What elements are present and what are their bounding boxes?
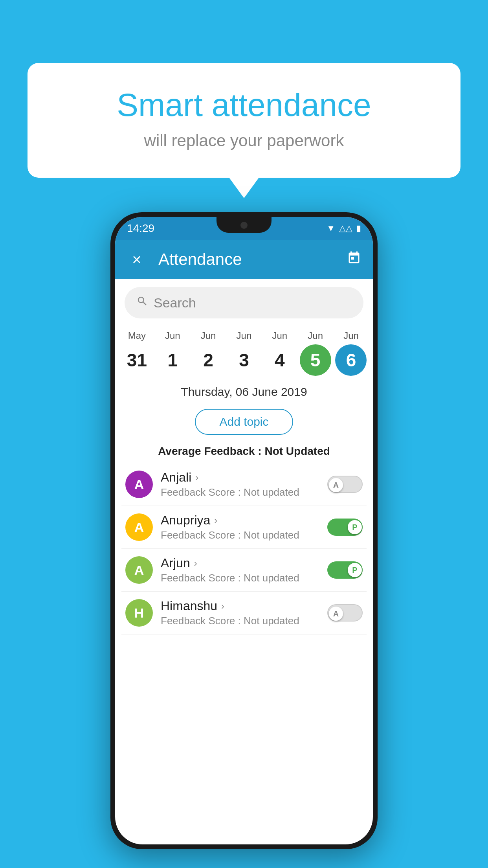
status-icons: ▼ △△ ▮	[327, 223, 361, 234]
calendar-day[interactable]: Jun5	[300, 330, 331, 376]
cal-day-number[interactable]: 3	[228, 344, 260, 376]
chevron-right-icon: ›	[214, 515, 217, 526]
student-info: Arjun ›Feedback Score : Not updated	[161, 556, 327, 584]
student-info: Anjali ›Feedback Score : Not updated	[161, 470, 327, 498]
student-row[interactable]: AAnjali ›Feedback Score : Not updatedA	[121, 463, 367, 506]
cal-month-label: Jun	[165, 330, 180, 341]
chevron-right-icon: ›	[221, 601, 224, 612]
attendance-toggle[interactable]: P	[327, 561, 363, 579]
attendance-toggle[interactable]: A	[327, 476, 363, 493]
cal-month-label: Jun	[201, 330, 216, 341]
toggle-knob: A	[329, 478, 343, 492]
cal-day-number[interactable]: 4	[264, 344, 295, 376]
chevron-right-icon: ›	[195, 472, 198, 483]
status-time: 14:29	[127, 222, 154, 235]
feedback-score: Feedback Score : Not updated	[161, 486, 327, 498]
cal-day-number[interactable]: 5	[300, 344, 331, 376]
cal-day-number[interactable]: 1	[157, 344, 188, 376]
student-info: Anupriya ›Feedback Score : Not updated	[161, 513, 327, 541]
toggle-knob: P	[348, 520, 362, 534]
chevron-right-icon: ›	[194, 558, 197, 569]
student-info: Himanshu ›Feedback Score : Not updated	[161, 599, 327, 627]
cal-month-label: Jun	[343, 330, 359, 341]
cal-day-number[interactable]: 6	[335, 344, 367, 376]
calendar-day[interactable]: Jun4	[264, 330, 295, 376]
toggle-knob: P	[348, 563, 362, 577]
student-row[interactable]: HHimanshu ›Feedback Score : Not updatedA	[121, 592, 367, 634]
phone-notch	[216, 217, 272, 233]
avatar: A	[125, 471, 153, 498]
avatar: A	[125, 556, 153, 584]
header-title: Attendance	[158, 250, 347, 269]
calendar-day[interactable]: Jun2	[193, 330, 224, 376]
phone-frame: 14:29 ▼ △△ ▮ × Attendance	[110, 212, 378, 849]
calendar-day[interactable]: Jun1	[157, 330, 188, 376]
avatar: A	[125, 513, 153, 541]
cal-day-number[interactable]: 31	[121, 344, 152, 376]
attendance-toggle[interactable]: A	[327, 604, 363, 622]
cal-day-number[interactable]: 2	[193, 344, 224, 376]
selected-date: Thursday, 06 June 2019	[115, 376, 373, 403]
cal-month-label: Jun	[272, 330, 287, 341]
camera-dot	[240, 222, 248, 229]
student-row[interactable]: AArjun ›Feedback Score : Not updatedP	[121, 549, 367, 592]
search-bar[interactable]: Search	[125, 287, 363, 318]
close-button[interactable]: ×	[127, 251, 147, 268]
speech-bubble: Smart attendance will replace your paper…	[28, 63, 460, 178]
avatar: H	[125, 599, 153, 627]
bubble-title: Smart attendance	[55, 86, 433, 123]
signal-icon: △△	[339, 223, 352, 234]
battery-icon: ▮	[356, 223, 361, 234]
student-name: Himanshu ›	[161, 599, 327, 613]
student-name: Anupriya ›	[161, 513, 327, 528]
phone-inner: 14:29 ▼ △△ ▮ × Attendance	[115, 217, 373, 844]
add-topic-wrap: Add topic	[115, 406, 373, 441]
search-placeholder: Search	[154, 295, 196, 311]
app-header: × Attendance	[115, 240, 373, 279]
calendar-day[interactable]: May31	[121, 330, 152, 376]
calendar-day[interactable]: Jun3	[228, 330, 260, 376]
student-list: AAnjali ›Feedback Score : Not updatedAAA…	[115, 463, 373, 634]
avg-feedback: Average Feedback : Not Updated	[115, 445, 373, 458]
cal-month-label: May	[128, 330, 146, 341]
student-row[interactable]: AAnupriya ›Feedback Score : Not updatedP	[121, 506, 367, 549]
calendar-strip: May31Jun1Jun2Jun3Jun4Jun5Jun6	[115, 326, 373, 376]
feedback-score: Feedback Score : Not updated	[161, 572, 327, 584]
search-icon	[136, 295, 148, 310]
feedback-score: Feedback Score : Not updated	[161, 529, 327, 541]
student-name: Anjali ›	[161, 470, 327, 485]
cal-month-label: Jun	[237, 330, 252, 341]
calendar-icon[interactable]	[347, 251, 361, 268]
calendar-day[interactable]: Jun6	[335, 330, 367, 376]
student-name: Arjun ›	[161, 556, 327, 570]
wifi-icon: ▼	[327, 223, 335, 234]
bubble-subtitle: will replace your paperwork	[55, 131, 433, 150]
attendance-toggle[interactable]: P	[327, 519, 363, 536]
toggle-knob: A	[329, 607, 343, 621]
add-topic-button[interactable]: Add topic	[195, 409, 293, 435]
feedback-score: Feedback Score : Not updated	[161, 615, 327, 627]
cal-month-label: Jun	[308, 330, 323, 341]
